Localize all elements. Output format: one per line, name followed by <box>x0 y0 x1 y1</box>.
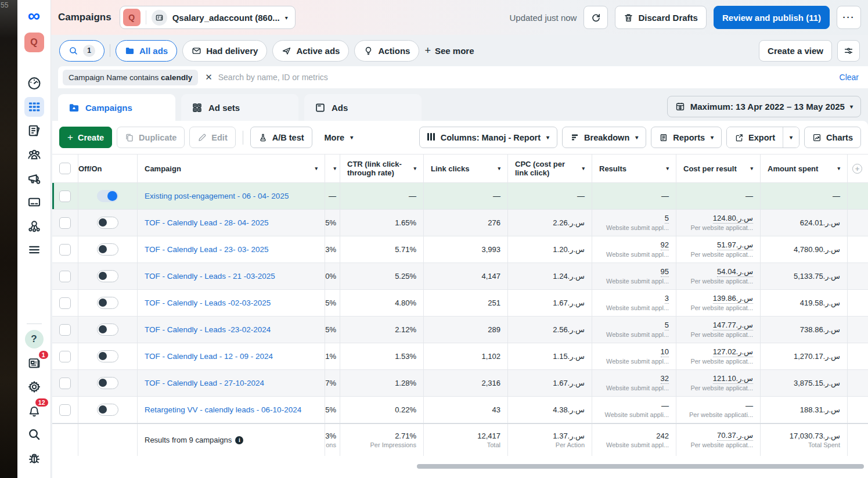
tab-ad-sets[interactable]: Ad sets <box>181 94 298 121</box>
horizontal-scrollbar[interactable] <box>417 464 864 469</box>
header-truncated-column[interactable]: ▾ <box>325 154 340 182</box>
campaign-name-link[interactable]: TOF - Calendly Lead - 27-10-2024 <box>145 379 264 387</box>
cost-per-result-value[interactable]: 124.80.ر.س <box>713 214 753 224</box>
charts-button[interactable]: Charts <box>804 127 861 148</box>
campaign-toggle[interactable] <box>97 270 118 282</box>
cost-per-result-value[interactable]: 54.04.ر.س <box>717 267 753 277</box>
cost-per-result-value[interactable]: 121.10.ر.س <box>713 374 753 384</box>
more-button[interactable]: More ▾ <box>317 127 361 148</box>
header-amount-spent[interactable]: Amount spent▾ <box>761 154 848 182</box>
more-options-button[interactable]: ··· <box>837 6 861 29</box>
sidebar-item-assets[interactable] <box>24 216 44 236</box>
scrollbar-thumb[interactable] <box>417 464 864 469</box>
results-value[interactable]: 10 <box>661 347 669 357</box>
export-options-button[interactable]: ▾ <box>783 127 799 148</box>
campaign-toggle[interactable] <box>97 324 118 336</box>
campaign-name-link[interactable]: Existing post-engagement - 06 - 04- 2025 <box>145 192 289 200</box>
duplicate-button[interactable]: Duplicate <box>117 127 185 148</box>
reports-button[interactable]: Reports ▾ <box>651 127 722 148</box>
campaign-toggle[interactable] <box>97 190 118 202</box>
campaign-name-link[interactable]: TOF - Calendly - Leads -23-02-2024 <box>145 325 271 334</box>
row-checkbox[interactable] <box>59 404 71 416</box>
filter-pill-active-ads[interactable]: Active ads <box>272 40 349 62</box>
remove-filter-icon[interactable]: ✕ <box>205 72 213 82</box>
filter-pill-had-delivery[interactable]: Had delivery <box>182 40 267 62</box>
breakdown-button[interactable]: Breakdown ▾ <box>562 127 646 148</box>
header-ctr[interactable]: CTR (link click-through rate)▾ <box>340 154 424 182</box>
report-bug-button[interactable] <box>24 448 44 468</box>
results-value[interactable]: 95 <box>661 267 669 277</box>
header-results[interactable]: Results▾ <box>592 154 676 182</box>
create-view-button[interactable]: Create a view <box>759 40 832 62</box>
account-avatar-badge[interactable]: Q <box>24 33 44 52</box>
cost-per-result-value[interactable]: 139.86.ر.س <box>713 294 753 304</box>
campaign-toggle[interactable] <box>97 243 118 256</box>
row-checkbox[interactable] <box>59 217 71 229</box>
row-checkbox[interactable] <box>59 244 71 256</box>
campaign-name-link[interactable]: TOF - Calendly - Leads - 21 -03-2025 <box>145 272 275 281</box>
cost-per-result-value[interactable]: — <box>745 192 753 201</box>
results-value[interactable]: — <box>661 192 669 201</box>
campaign-name-link[interactable]: Retargeting VV - calendly leads - 06-10-… <box>145 405 301 414</box>
results-value[interactable]: 5 <box>665 321 669 330</box>
sidebar-item-ads-manager[interactable] <box>24 73 44 93</box>
account-selector[interactable]: Q Qsalary_adaccount (860... ▾ <box>120 6 296 29</box>
tab-ads[interactable]: Ads <box>304 94 422 121</box>
edit-button[interactable]: Edit <box>189 127 235 148</box>
add-column-icon[interactable]: + <box>852 164 862 174</box>
sidebar-item-advertise[interactable] <box>24 168 44 188</box>
sidebar-item-billing[interactable] <box>24 192 44 212</box>
filter-pill-all-ads[interactable]: All ads <box>116 40 177 62</box>
results-value[interactable]: 92 <box>661 240 669 250</box>
date-range-selector[interactable]: Maximum: 13 Apr 2022 – 13 May 2025 ▾ <box>667 96 861 117</box>
row-checkbox[interactable] <box>59 378 71 389</box>
settings-button[interactable] <box>24 377 44 397</box>
search-filter-pill[interactable]: 1 <box>59 40 105 62</box>
review-publish-button[interactable]: Review and publish (11) <box>714 6 830 29</box>
help-button[interactable]: ? <box>25 330 44 348</box>
results-value[interactable]: 5 <box>665 214 669 224</box>
export-button[interactable]: Export <box>727 127 783 148</box>
info-icon[interactable]: i <box>235 436 243 444</box>
notifications-button[interactable]: 12 <box>24 401 44 421</box>
search-input[interactable] <box>218 73 834 82</box>
sidebar-item-audiences[interactable] <box>24 145 44 164</box>
sidebar-item-pages[interactable] <box>24 121 44 141</box>
tab-campaigns[interactable]: Campaigns <box>58 94 175 121</box>
results-value[interactable]: 3 <box>665 294 669 304</box>
cost-per-result-value[interactable]: 127.02.ر.س <box>713 347 753 357</box>
campaign-toggle[interactable] <box>97 217 118 229</box>
campaign-toggle[interactable] <box>97 297 118 309</box>
ab-test-button[interactable]: A/B test <box>250 127 312 148</box>
columns-button[interactable]: Columns: Manoj - Report ▾ <box>419 127 557 148</box>
filter-pill-actions[interactable]: Actions <box>354 40 419 62</box>
select-all-checkbox[interactable] <box>59 163 71 174</box>
refresh-button[interactable] <box>584 6 608 29</box>
discard-drafts-button[interactable]: Discard Drafts <box>615 6 707 29</box>
see-more-button[interactable]: + See more <box>424 45 474 57</box>
header-campaign[interactable]: Campaign▾ <box>138 154 325 182</box>
clear-filters-link[interactable]: Clear <box>840 73 859 82</box>
search-tools-button[interactable] <box>24 425 44 444</box>
campaign-name-link[interactable]: TOF - Calendly Lead - 28- 04- 2025 <box>145 218 269 227</box>
cost-per-result-value[interactable]: 51.97.ر.س <box>717 240 753 250</box>
campaign-name-link[interactable]: TOF - Calendly Lead - 12 - 09 - 2024 <box>145 352 273 361</box>
header-cpc[interactable]: CPC (cost per link click)▾ <box>508 154 592 182</box>
cost-per-result-value[interactable]: 147.77.ر.س <box>713 321 753 330</box>
sidebar-item-campaigns[interactable] <box>24 97 44 117</box>
campaign-name-link[interactable]: TOF - Calendly Lead - 23- 03- 2025 <box>145 245 269 254</box>
view-settings-button[interactable] <box>837 40 860 62</box>
whats-new-button[interactable]: 1 <box>24 353 44 373</box>
results-value[interactable]: 32 <box>661 374 669 384</box>
row-checkbox[interactable] <box>59 191 71 202</box>
cost-per-result-value[interactable]: — <box>745 401 753 411</box>
applied-filter-chip[interactable]: Campaign Name contains calendly <box>63 70 198 85</box>
header-cost-per-result[interactable]: Cost per result▾ <box>676 154 761 182</box>
row-checkbox[interactable] <box>59 324 71 336</box>
campaign-toggle[interactable] <box>97 377 118 389</box>
sidebar-item-all-tools[interactable] <box>24 240 44 260</box>
header-link-clicks[interactable]: Link clicks▾ <box>424 154 508 182</box>
results-value[interactable]: — <box>661 401 669 411</box>
create-button[interactable]: + Create <box>59 127 112 148</box>
row-checkbox[interactable] <box>59 271 71 282</box>
